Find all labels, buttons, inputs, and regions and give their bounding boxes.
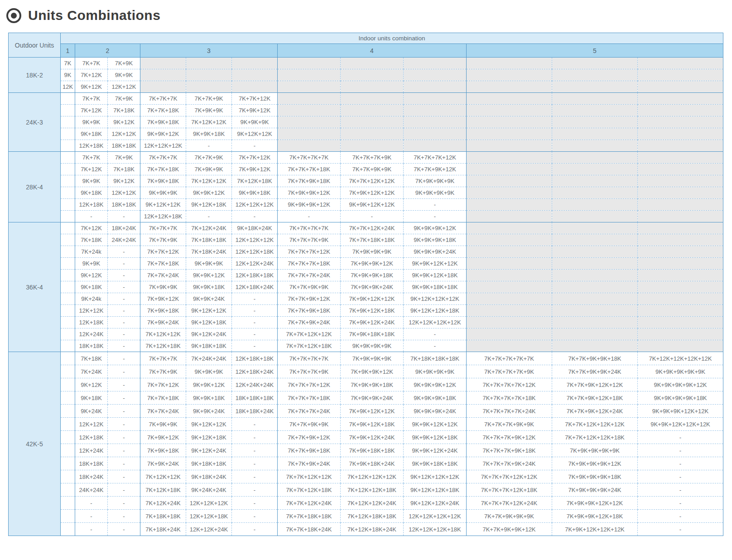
combination-cell: 7K+9K <box>108 58 140 69</box>
combination-cell: - <box>108 405 140 418</box>
combination-cell: - <box>638 444 723 457</box>
empty-cell <box>140 81 186 93</box>
table-row: 28K-47K+7K7K+9K7K+7K+7K7K+7K+9K7K+7K+12K… <box>9 152 723 164</box>
combination-cell: 9K+9K+12K+18K <box>404 270 467 281</box>
combination-cell: - <box>108 305 140 317</box>
combination-cell: 7K+7K+12K <box>140 246 186 258</box>
empty-cell <box>467 222 552 234</box>
combination-cell <box>61 293 75 305</box>
combination-cell: 9K+9K+12K+12K <box>341 199 404 211</box>
combination-cell: 7K+12K+12K <box>186 175 232 187</box>
combination-cell: 9K+9K+12K <box>186 187 232 199</box>
combination-cell <box>61 405 75 418</box>
combination-cell: 7K+7K+7K+7K+12K <box>467 378 552 391</box>
combination-cell: - <box>232 431 278 444</box>
combination-cell <box>61 305 75 317</box>
table-row: 24K+24K-7K+12K+18K9K+24K+24K-7K+7K+12K+1… <box>9 483 723 497</box>
combination-cell: - <box>108 281 140 293</box>
combination-cell: 7K+7K+24K <box>140 270 186 281</box>
empty-cell <box>638 222 723 234</box>
empty-cell <box>638 105 723 116</box>
combination-cell: 9K+9K <box>75 258 108 270</box>
combination-cell: 9K+12K+18K <box>186 431 232 444</box>
combination-cell: 7K+18K <box>75 234 108 246</box>
combination-cell: 9K+9K+12K+12K <box>404 418 467 431</box>
page-header: Units Combinations <box>6 6 732 24</box>
combination-cell: 9K+12K+18K <box>186 199 232 211</box>
combination-cell: - <box>638 497 723 510</box>
empty-cell <box>467 270 552 281</box>
combination-cell: 7K+7K+18K+18K <box>341 234 404 246</box>
table-row: 24K-37K+7K7K+9K7K+7K+7K7K+7K+9K7K+7K+12K <box>9 93 723 105</box>
combination-cell: 9K+9K+9K <box>140 187 186 199</box>
combination-cell: 7K+7K+7K+12K+18K <box>467 483 552 497</box>
combination-cell: 7K+7K+7K+7K <box>278 222 341 234</box>
empty-cell <box>467 211 552 222</box>
combination-cell: 7K+7K+9K <box>140 365 186 378</box>
combination-cell: 12K+12K+24K <box>186 523 232 536</box>
empty-cell <box>552 175 638 187</box>
combination-cell: 7K <box>61 58 75 69</box>
combination-cell: 7K+7K+9K+12K <box>278 293 341 305</box>
combination-cell <box>61 457 75 470</box>
empty-cell <box>467 105 552 116</box>
combination-cell: 7K+7K+7K+9K+9K <box>467 418 552 431</box>
empty-cell <box>404 81 467 93</box>
combination-cell: 9K+9K+9K+9K+9K <box>638 365 723 378</box>
combination-cell: 7K+12K+12K <box>140 328 186 340</box>
outdoor-unit-label-36K-4: 36K-4 <box>9 222 61 352</box>
empty-cell <box>467 69 552 81</box>
combination-cell: 12K+12K+18K <box>140 211 186 222</box>
empty-cell <box>404 69 467 81</box>
combination-cell: - <box>108 258 140 270</box>
combination-cell: - <box>108 418 140 431</box>
combination-cell: 7K+7K+18K <box>140 258 186 270</box>
combination-cell: 9K+9K+18K+18K <box>404 457 467 470</box>
combination-cell: 7K+7K+12K+18K <box>278 483 341 497</box>
combination-cell: - <box>278 211 341 222</box>
combination-cell: 18K+18K <box>108 199 140 211</box>
combination-cell: 9K+12K <box>75 81 108 93</box>
combination-cell: 12K+18K <box>75 140 108 152</box>
empty-cell <box>552 258 638 270</box>
empty-cell <box>278 105 341 116</box>
combination-cell: 9K+9K+12K+12K+12K <box>638 418 723 431</box>
combination-cell <box>61 418 75 431</box>
empty-cell <box>638 164 723 175</box>
combination-cell: 7K+12K+18K <box>140 483 186 497</box>
combination-cell: 7K+12K+24K <box>140 497 186 510</box>
combination-cell: 7K+7K+9K+9K+9K <box>467 510 552 523</box>
combination-cell: 9K+9K+9K+12K <box>404 222 467 234</box>
table-row: 9K+12K-7K+7K+24K9K+9K+12K12K+18K+18K7K+7… <box>9 270 723 281</box>
combination-cell: 7K+7K+18K+24K <box>278 523 341 536</box>
empty-cell <box>341 140 404 152</box>
combination-cell: - <box>75 211 108 222</box>
empty-cell <box>278 116 341 128</box>
table-row: 12K+18K-7K+9K+24K9K+12K+18K-7K+7K+9K+24K… <box>9 317 723 328</box>
combination-cell: 7K+9K+9K+9K <box>404 175 467 187</box>
table-row: 9K+18K-7K+7K+18K9K+9K+18K18K+18K+18K7K+7… <box>9 391 723 405</box>
combination-cell: 12K+12K <box>75 418 108 431</box>
page-title: Units Combinations <box>28 8 160 23</box>
empty-cell <box>552 187 638 199</box>
combination-cell: - <box>108 444 140 457</box>
empty-cell <box>278 93 341 105</box>
combination-cell: 9K+9K+9K+9K <box>341 340 404 352</box>
empty-cell <box>638 128 723 140</box>
combination-cell: 9K+12K+12K <box>186 418 232 431</box>
empty-cell <box>186 58 232 69</box>
combination-cell: - <box>404 211 467 222</box>
combination-cell: - <box>404 340 467 352</box>
empty-cell <box>232 81 278 93</box>
combination-cell: 7K+18K+18K+18K <box>404 352 467 365</box>
combination-cell: 9K+9K+18K <box>232 187 278 199</box>
combination-cell: 7K+7K+9K+12K+12K <box>552 378 638 391</box>
combination-cell: 7K+9K+9K+12K <box>341 258 404 270</box>
empty-cell <box>638 211 723 222</box>
outdoor-unit-label-42K-5: 42K-5 <box>9 352 61 536</box>
empty-cell <box>552 164 638 175</box>
empty-cell <box>467 281 552 293</box>
combination-cell: 7K+9K+18K+24K <box>341 457 404 470</box>
combination-cell: 7K+24K+24K <box>186 352 232 365</box>
combination-cell: 7K+9K+18K <box>140 444 186 457</box>
